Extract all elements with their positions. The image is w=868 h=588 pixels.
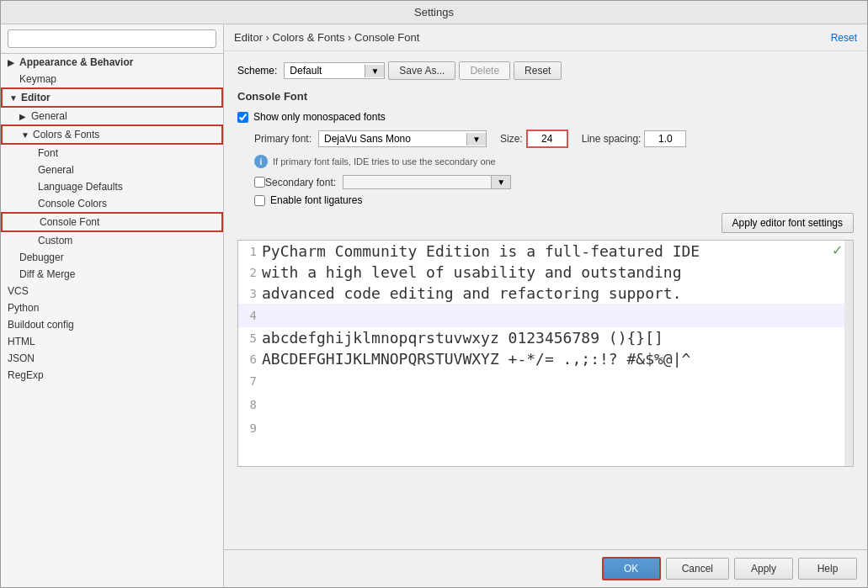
preview-line-1: 1 PyCharm Community Edition is a full-fe…: [238, 241, 853, 262]
primary-font-dropdown[interactable]: ▼: [466, 133, 486, 146]
sidebar: ▶ Appearance & Behavior Keymap ▼ Editor …: [1, 24, 224, 587]
sidebar-label-colors-fonts: Colors & Fonts: [33, 129, 99, 140]
line-num-5: 5: [238, 331, 262, 345]
line-content-1: PyCharm Community Edition is a full-feat…: [262, 242, 700, 260]
sidebar-label-python: Python: [8, 302, 39, 314]
ligatures-checkbox[interactable]: [254, 195, 265, 206]
expand-icon-editor: ▼: [9, 93, 18, 103]
breadcrumb: Editor › Colors & Fonts › Console Font R…: [224, 24, 867, 51]
secondary-font-dropdown[interactable]: ▼: [491, 176, 510, 188]
preview-line-6: 6 ABCDEFGHIJKLMNOPQRSTUVWXYZ +-*/= .,;:!…: [238, 348, 853, 369]
info-message: If primary font fails, IDE tries to use …: [273, 156, 496, 167]
preview-line-9: 9: [238, 416, 853, 440]
size-label: Size:: [500, 133, 523, 145]
delete-button[interactable]: Delete: [459, 61, 510, 80]
preview-scrollbar[interactable]: [844, 241, 853, 466]
sidebar-label-appearance: Appearance & Behavior: [19, 56, 133, 68]
size-field: Size:: [500, 130, 568, 148]
search-bar: [1, 24, 223, 54]
search-input[interactable]: [8, 29, 216, 48]
sidebar-item-console-colors[interactable]: Console Colors: [1, 195, 223, 212]
scheme-row: Scheme: Default ▼ Save As... Delete Rese…: [237, 61, 854, 80]
sidebar-item-general2[interactable]: General: [1, 162, 223, 178]
scheme-select[interactable]: Default ▼: [284, 62, 385, 79]
line-num-8: 8: [238, 398, 262, 411]
sidebar-label-regexp: RegExp: [8, 369, 44, 381]
title-bar: Settings: [1, 1, 867, 24]
sidebar-label-console-colors: Console Colors: [38, 198, 107, 209]
apply-editor-font-button[interactable]: Apply editor font settings: [722, 213, 854, 233]
sidebar-item-console-font[interactable]: Console Font: [3, 214, 221, 230]
sidebar-item-lang-defaults[interactable]: Language Defaults: [1, 178, 223, 195]
save-as-button[interactable]: Save As...: [388, 61, 455, 80]
sidebar-item-html[interactable]: HTML: [1, 333, 223, 350]
sidebar-item-json[interactable]: JSON: [1, 350, 223, 367]
secondary-font-checkbox[interactable]: [254, 177, 265, 188]
line-content-3: advanced code editing and refactoring su…: [262, 284, 682, 302]
line-spacing-field: Line spacing:: [582, 130, 687, 147]
line-num-9: 9: [238, 421, 262, 435]
ligatures-label: Enable font ligatures: [270, 194, 362, 206]
show-monospaced-checkbox[interactable]: [237, 112, 248, 123]
secondary-font-row: Secondary font: ▼: [237, 175, 854, 189]
line-num-7: 7: [238, 374, 262, 388]
sidebar-label-debugger: Debugger: [19, 252, 64, 263]
preview-line-4: 4: [238, 304, 853, 327]
main-panel: Editor › Colors & Fonts › Console Font R…: [224, 24, 867, 587]
expand-icon-cf: ▼: [21, 130, 29, 140]
line-spacing-label: Line spacing:: [582, 133, 642, 145]
sidebar-label-console-font: Console Font: [40, 216, 99, 228]
sidebar-item-vcs[interactable]: VCS: [1, 283, 223, 299]
show-monospaced-row: Show only monospaced fonts: [237, 111, 854, 123]
sidebar-item-keymap[interactable]: Keymap: [1, 71, 223, 87]
expand-icon-general: ▶: [19, 112, 28, 121]
preview-area: 1 PyCharm Community Edition is a full-fe…: [237, 240, 854, 467]
primary-font-select[interactable]: DejaVu Sans Mono ▼: [318, 130, 487, 147]
content-area: ▶ Appearance & Behavior Keymap ▼ Editor …: [1, 24, 867, 587]
scheme-value: Default: [285, 63, 365, 78]
sidebar-item-general[interactable]: ▶ General: [1, 108, 223, 124]
sidebar-item-python[interactable]: Python: [1, 299, 223, 316]
sidebar-label-custom: Custom: [38, 235, 72, 246]
ligatures-row: Enable font ligatures: [237, 194, 854, 206]
primary-font-label: Primary font:: [254, 133, 312, 145]
apply-button[interactable]: Apply: [734, 558, 793, 580]
sidebar-label-font: Font: [38, 147, 58, 159]
preview-lines: 1 PyCharm Community Edition is a full-fe…: [238, 241, 853, 440]
preview-line-8: 8: [238, 393, 853, 416]
size-input[interactable]: [526, 130, 568, 148]
line-num-1: 1: [238, 245, 262, 258]
dialog-title: Settings: [414, 6, 454, 19]
sidebar-label-vcs: VCS: [8, 285, 29, 297]
sidebar-item-font[interactable]: Font: [1, 145, 223, 162]
line-num-2: 2: [238, 266, 262, 279]
line-content-5: abcdefghijklmnopqrstuvwxyz 0123456789 ()…: [262, 329, 663, 347]
breadcrumb-path: Editor › Colors & Fonts › Console Font: [234, 31, 419, 44]
sidebar-item-custom[interactable]: Custom: [1, 232, 223, 249]
secondary-font-select[interactable]: ▼: [343, 175, 511, 189]
sidebar-item-diff-merge[interactable]: Diff & Merge: [1, 266, 223, 283]
ok-button[interactable]: OK: [602, 557, 661, 580]
sidebar-label-lang-defaults: Language Defaults: [38, 181, 123, 193]
sidebar-label-keymap: Keymap: [19, 73, 56, 85]
sidebar-item-colors-fonts[interactable]: ▼ Colors & Fonts: [3, 126, 221, 143]
cancel-button[interactable]: Cancel: [666, 558, 729, 580]
sidebar-label-buildout: Buildout config: [8, 319, 74, 331]
line-num-3: 3: [238, 287, 262, 300]
sidebar-item-editor[interactable]: ▼ Editor: [3, 89, 221, 106]
line-spacing-input[interactable]: [644, 130, 686, 147]
sidebar-item-regexp[interactable]: RegExp: [1, 367, 223, 384]
help-button[interactable]: Help: [798, 558, 857, 580]
sidebar-item-debugger[interactable]: Debugger: [1, 249, 223, 266]
scheme-dropdown-btn[interactable]: ▼: [365, 65, 384, 77]
info-icon: i: [254, 155, 268, 168]
sidebar-item-buildout[interactable]: Buildout config: [1, 316, 223, 333]
expand-icon: ▶: [8, 58, 16, 67]
reset-link[interactable]: Reset: [831, 32, 857, 44]
reset-button[interactable]: Reset: [514, 61, 562, 80]
preview-checkmark: ✓: [832, 242, 843, 258]
show-monospaced-label: Show only monospaced fonts: [253, 111, 386, 123]
preview-line-2: 2 with a high level of usability and out…: [238, 262, 853, 283]
primary-font-row: Primary font: DejaVu Sans Mono ▼ Size: L…: [237, 130, 854, 148]
sidebar-item-appearance[interactable]: ▶ Appearance & Behavior: [1, 54, 223, 71]
